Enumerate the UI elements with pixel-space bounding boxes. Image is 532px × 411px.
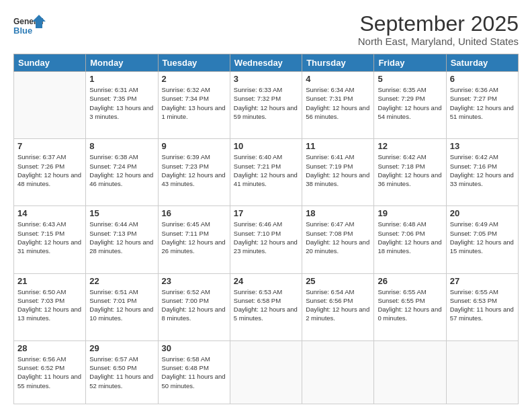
calendar-table: Sunday Monday Tuesday Wednesday Thursday…	[13, 54, 519, 404]
table-row: 12Sunrise: 6:42 AMSunset: 7:18 PMDayligh…	[374, 139, 446, 206]
table-row: 21Sunrise: 6:50 AMSunset: 7:03 PMDayligh…	[14, 273, 86, 340]
table-row: 23Sunrise: 6:52 AMSunset: 7:00 PMDayligh…	[158, 273, 230, 340]
header-tuesday: Tuesday	[158, 54, 230, 72]
day-number: 10	[234, 141, 298, 151]
day-info: Sunrise: 6:49 AMSunset: 7:05 PMDaylight:…	[450, 220, 515, 255]
table-row: 28Sunrise: 6:56 AMSunset: 6:52 PMDayligh…	[14, 340, 86, 404]
day-info: Sunrise: 6:32 AMSunset: 7:34 PMDaylight:…	[162, 85, 226, 121]
day-number: 25	[306, 276, 370, 286]
day-info: Sunrise: 6:48 AMSunset: 7:06 PMDaylight:…	[378, 220, 442, 255]
header-saturday: Saturday	[446, 54, 518, 72]
table-row: 17Sunrise: 6:46 AMSunset: 7:10 PMDayligh…	[230, 206, 302, 273]
day-number: 11	[306, 141, 370, 151]
day-number: 2	[162, 74, 226, 84]
table-row: 13Sunrise: 6:42 AMSunset: 7:16 PMDayligh…	[446, 139, 518, 206]
day-info: Sunrise: 6:39 AMSunset: 7:23 PMDaylight:…	[162, 152, 226, 188]
main-title: September 2025	[358, 12, 519, 36]
table-row: 29Sunrise: 6:57 AMSunset: 6:50 PMDayligh…	[86, 340, 158, 404]
header-friday: Friday	[374, 54, 446, 72]
table-row	[230, 340, 302, 404]
day-number: 18	[306, 208, 370, 218]
day-info: Sunrise: 6:40 AMSunset: 7:21 PMDaylight:…	[234, 152, 298, 188]
table-row: 3Sunrise: 6:33 AMSunset: 7:32 PMDaylight…	[230, 72, 302, 139]
day-info: Sunrise: 6:57 AMSunset: 6:50 PMDaylight:…	[89, 355, 154, 390]
day-number: 3	[234, 74, 298, 84]
table-row	[374, 340, 446, 404]
table-row: 7Sunrise: 6:37 AMSunset: 7:26 PMDaylight…	[14, 139, 86, 206]
table-row: 6Sunrise: 6:36 AMSunset: 7:27 PMDaylight…	[446, 72, 518, 139]
calendar-header-row: Sunday Monday Tuesday Wednesday Thursday…	[14, 54, 519, 72]
day-number: 13	[450, 141, 515, 151]
day-number: 29	[89, 343, 154, 353]
table-row: 26Sunrise: 6:55 AMSunset: 6:55 PMDayligh…	[374, 273, 446, 340]
day-number: 20	[450, 208, 515, 218]
day-info: Sunrise: 6:51 AMSunset: 7:01 PMDaylight:…	[89, 287, 154, 323]
day-info: Sunrise: 6:34 AMSunset: 7:31 PMDaylight:…	[306, 85, 370, 121]
header-sunday: Sunday	[14, 54, 86, 72]
day-info: Sunrise: 6:35 AMSunset: 7:29 PMDaylight:…	[378, 85, 442, 121]
table-row: 14Sunrise: 6:43 AMSunset: 7:15 PMDayligh…	[14, 206, 86, 273]
day-info: Sunrise: 6:46 AMSunset: 7:10 PMDaylight:…	[234, 220, 298, 255]
day-number: 9	[162, 141, 226, 151]
table-row: 24Sunrise: 6:53 AMSunset: 6:58 PMDayligh…	[230, 273, 302, 340]
day-info: Sunrise: 6:33 AMSunset: 7:32 PMDaylight:…	[234, 85, 298, 121]
day-info: Sunrise: 6:55 AMSunset: 6:53 PMDaylight:…	[450, 287, 515, 323]
table-row: 1Sunrise: 6:31 AMSunset: 7:35 PMDaylight…	[86, 72, 158, 139]
logo: General Blue	[13, 12, 46, 38]
day-info: Sunrise: 6:47 AMSunset: 7:08 PMDaylight:…	[306, 220, 370, 255]
table-row: 5Sunrise: 6:35 AMSunset: 7:29 PMDaylight…	[374, 72, 446, 139]
table-row	[14, 72, 86, 139]
day-info: Sunrise: 6:55 AMSunset: 6:55 PMDaylight:…	[378, 287, 442, 323]
day-info: Sunrise: 6:54 AMSunset: 6:56 PMDaylight:…	[306, 287, 370, 323]
day-info: Sunrise: 6:50 AMSunset: 7:03 PMDaylight:…	[17, 287, 82, 323]
table-row: 27Sunrise: 6:55 AMSunset: 6:53 PMDayligh…	[446, 273, 518, 340]
day-number: 30	[162, 343, 226, 353]
day-info: Sunrise: 6:36 AMSunset: 7:27 PMDaylight:…	[450, 85, 515, 121]
table-row: 8Sunrise: 6:38 AMSunset: 7:24 PMDaylight…	[86, 139, 158, 206]
day-number: 26	[378, 276, 442, 286]
table-row: 10Sunrise: 6:40 AMSunset: 7:21 PMDayligh…	[230, 139, 302, 206]
day-info: Sunrise: 6:31 AMSunset: 7:35 PMDaylight:…	[89, 85, 154, 121]
table-row: 18Sunrise: 6:47 AMSunset: 7:08 PMDayligh…	[302, 206, 374, 273]
day-number: 21	[17, 276, 82, 286]
day-number: 8	[89, 141, 154, 151]
day-info: Sunrise: 6:45 AMSunset: 7:11 PMDaylight:…	[162, 220, 226, 255]
day-info: Sunrise: 6:43 AMSunset: 7:15 PMDaylight:…	[17, 220, 82, 255]
svg-text:Blue: Blue	[13, 26, 32, 36]
day-info: Sunrise: 6:42 AMSunset: 7:16 PMDaylight:…	[450, 152, 515, 188]
table-row: 9Sunrise: 6:39 AMSunset: 7:23 PMDaylight…	[158, 139, 230, 206]
day-number: 23	[162, 276, 226, 286]
day-number: 27	[450, 276, 515, 286]
table-row: 4Sunrise: 6:34 AMSunset: 7:31 PMDaylight…	[302, 72, 374, 139]
day-info: Sunrise: 6:42 AMSunset: 7:18 PMDaylight:…	[378, 152, 442, 188]
day-info: Sunrise: 6:38 AMSunset: 7:24 PMDaylight:…	[89, 152, 154, 188]
table-row: 2Sunrise: 6:32 AMSunset: 7:34 PMDaylight…	[158, 72, 230, 139]
day-number: 6	[450, 74, 515, 84]
title-block: September 2025 North East, Maryland, Uni…	[358, 12, 519, 47]
day-number: 28	[17, 343, 82, 353]
day-number: 22	[89, 276, 154, 286]
day-info: Sunrise: 6:44 AMSunset: 7:13 PMDaylight:…	[89, 220, 154, 255]
table-row: 19Sunrise: 6:48 AMSunset: 7:06 PMDayligh…	[374, 206, 446, 273]
day-number: 14	[17, 208, 82, 218]
day-info: Sunrise: 6:56 AMSunset: 6:52 PMDaylight:…	[17, 355, 82, 390]
day-number: 1	[89, 74, 154, 84]
day-number: 17	[234, 208, 298, 218]
header-thursday: Thursday	[302, 54, 374, 72]
table-row: 11Sunrise: 6:41 AMSunset: 7:19 PMDayligh…	[302, 139, 374, 206]
logo-svg: General Blue	[13, 12, 46, 38]
day-number: 16	[162, 208, 226, 218]
table-row	[446, 340, 518, 404]
day-number: 12	[378, 141, 442, 151]
subtitle: North East, Maryland, United States	[358, 36, 519, 47]
day-number: 24	[234, 276, 298, 286]
table-row: 25Sunrise: 6:54 AMSunset: 6:56 PMDayligh…	[302, 273, 374, 340]
page: General Blue September 2025 North East, …	[0, 0, 532, 411]
header-monday: Monday	[86, 54, 158, 72]
table-row: 30Sunrise: 6:58 AMSunset: 6:48 PMDayligh…	[158, 340, 230, 404]
header: General Blue September 2025 North East, …	[13, 12, 519, 47]
day-number: 7	[17, 141, 82, 151]
table-row: 22Sunrise: 6:51 AMSunset: 7:01 PMDayligh…	[86, 273, 158, 340]
day-info: Sunrise: 6:52 AMSunset: 7:00 PMDaylight:…	[162, 287, 226, 323]
day-info: Sunrise: 6:37 AMSunset: 7:26 PMDaylight:…	[17, 152, 82, 188]
